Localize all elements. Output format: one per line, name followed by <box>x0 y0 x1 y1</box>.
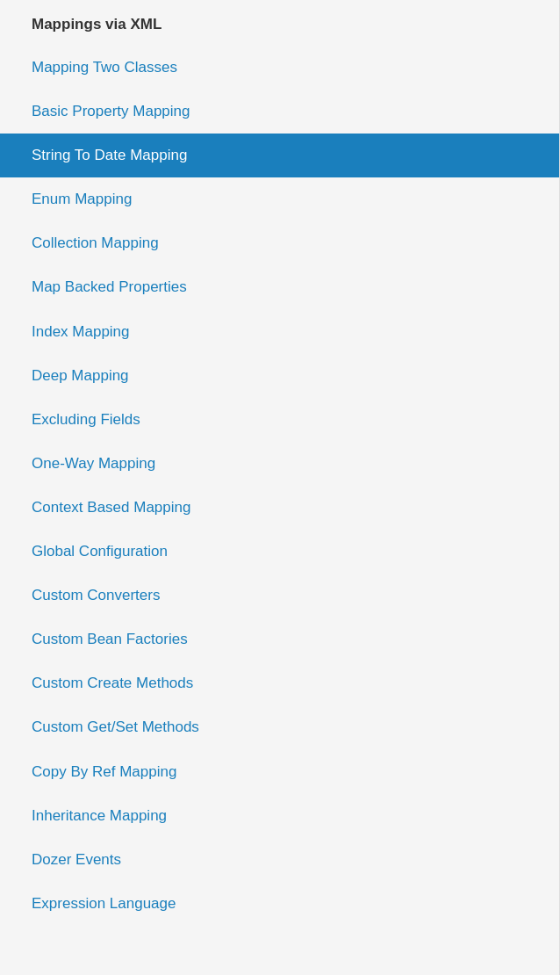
sidebar-item-basic-property-mapping[interactable]: Basic Property Mapping <box>0 90 559 134</box>
sidebar-item-expression-language[interactable]: Expression Language <box>0 882 559 926</box>
sidebar-item-copy-by-ref-mapping[interactable]: Copy By Ref Mapping <box>0 750 559 794</box>
sidebar-item-custom-create-methods[interactable]: Custom Create Methods <box>0 661 559 705</box>
sidebar-item-inheritance-mapping[interactable]: Inheritance Mapping <box>0 794 559 838</box>
sidebar-item-custom-converters[interactable]: Custom Converters <box>0 574 559 618</box>
sidebar-item-deep-mapping[interactable]: Deep Mapping <box>0 354 559 398</box>
sidebar-item-custom-bean-factories[interactable]: Custom Bean Factories <box>0 618 559 661</box>
sidebar-item-index-mapping[interactable]: Index Mapping <box>0 310 559 354</box>
sidebar-item-one-way-mapping[interactable]: One-Way Mapping <box>0 442 559 486</box>
sidebar-item-string-to-date-mapping[interactable]: String To Date Mapping <box>0 134 559 177</box>
sidebar-item-global-configuration[interactable]: Global Configuration <box>0 530 559 574</box>
section-header: Mappings via XML <box>0 0 559 46</box>
sidebar-item-collection-mapping[interactable]: Collection Mapping <box>0 221 559 265</box>
nav-list: Mapping Two ClassesBasic Property Mappin… <box>0 46 559 926</box>
sidebar-item-dozer-events[interactable]: Dozer Events <box>0 838 559 882</box>
sidebar-item-mapping-two-classes[interactable]: Mapping Two Classes <box>0 46 559 90</box>
sidebar-item-map-backed-properties[interactable]: Map Backed Properties <box>0 265 559 309</box>
sidebar-item-context-based-mapping[interactable]: Context Based Mapping <box>0 486 559 530</box>
sidebar-item-custom-get-set-methods[interactable]: Custom Get/Set Methods <box>0 705 559 749</box>
sidebar: Mappings via XML Mapping Two ClassesBasi… <box>0 0 560 975</box>
sidebar-item-enum-mapping[interactable]: Enum Mapping <box>0 177 559 221</box>
sidebar-item-excluding-fields[interactable]: Excluding Fields <box>0 398 559 442</box>
